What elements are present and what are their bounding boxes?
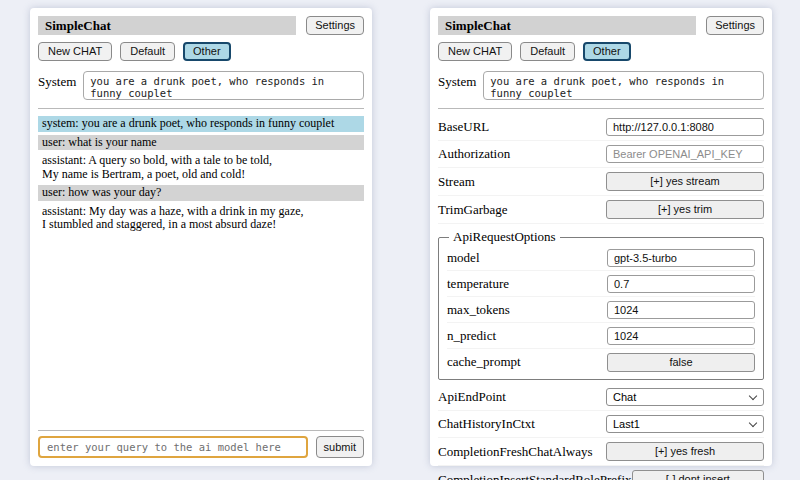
chat-history-label: ChatHistoryInCtxt	[438, 416, 535, 432]
completion-fresh-label: CompletionFreshChatAlways	[438, 444, 593, 460]
session-button-other[interactable]: Other	[583, 42, 631, 61]
app-title: SimpleChat	[38, 16, 296, 35]
query-input[interactable]	[38, 436, 308, 458]
title-bar: SimpleChat Settings	[38, 16, 364, 35]
system-prompt-input[interactable]: you are a drunk poet, who responds in fu…	[83, 71, 364, 100]
chat-message-user: user: how was your day?	[38, 185, 364, 201]
setting-row-temperature: temperature	[447, 271, 755, 297]
session-button-default[interactable]: Default	[120, 42, 175, 61]
session-button-default[interactable]: Default	[520, 42, 575, 61]
divider	[438, 108, 764, 109]
chat-history-select[interactable]: Last1	[606, 415, 764, 433]
trimgarbage-toggle-button[interactable]: [+] yes trim	[606, 200, 764, 219]
system-label: System	[38, 71, 76, 90]
new-chat-button[interactable]: New CHAT	[438, 42, 512, 61]
chat-log: system: you are a drunk poet, who respon…	[38, 116, 364, 424]
baseurl-input[interactable]	[606, 118, 764, 136]
temperature-input[interactable]	[607, 275, 755, 293]
chevron-down-icon	[749, 392, 757, 400]
system-label: System	[438, 71, 476, 90]
new-chat-button[interactable]: New CHAT	[38, 42, 112, 61]
api-request-options-fieldset: ApiRequestOptions model temperature max_…	[438, 229, 764, 380]
query-row: submit	[38, 436, 364, 458]
chat-message-system: system: you are a drunk poet, who respon…	[38, 116, 364, 132]
setting-row-authorization: Authorization	[438, 141, 764, 168]
trimgarbage-label: TrimGarbage	[438, 202, 508, 218]
completion-fresh-toggle-button[interactable]: [+] yes fresh	[606, 442, 764, 461]
setting-row-max-tokens: max_tokens	[447, 297, 755, 323]
cache-prompt-toggle-button[interactable]: false	[607, 353, 755, 372]
chat-message-assistant: assistant: My day was a haze, with a dri…	[38, 204, 364, 233]
title-bar: SimpleChat Settings	[438, 16, 764, 35]
stream-toggle-button[interactable]: [+] yes stream	[606, 172, 764, 191]
api-endpoint-selected-value: Chat	[613, 391, 636, 403]
temperature-label: temperature	[447, 276, 509, 292]
stream-label: Stream	[438, 174, 475, 190]
chat-history-selected-value: Last1	[613, 418, 640, 430]
setting-row-model: model	[447, 245, 755, 271]
completion-insert-label: CompletionInsertStandardRolePrefix	[438, 472, 632, 480]
completion-insert-toggle-button[interactable]: [-] dont insert	[632, 470, 764, 480]
setting-row-api-endpoint: ApiEndPoint Chat	[438, 384, 764, 411]
model-input[interactable]	[607, 249, 755, 267]
system-prompt-row: System you are a drunk poet, who respond…	[438, 71, 764, 100]
system-prompt-input[interactable]: you are a drunk poet, who responds in fu…	[483, 71, 764, 100]
setting-row-baseurl: BaseURL	[438, 114, 764, 141]
cache-prompt-label: cache_prompt	[447, 354, 521, 370]
submit-button[interactable]: submit	[316, 436, 364, 458]
chat-message-assistant: assistant: A query so bold, with a tale …	[38, 153, 364, 182]
api-request-options-legend: ApiRequestOptions	[449, 229, 560, 245]
app-title: SimpleChat	[438, 16, 696, 35]
divider	[38, 108, 364, 109]
session-button-other[interactable]: Other	[183, 42, 231, 61]
n-predict-label: n_predict	[447, 328, 496, 344]
model-label: model	[447, 250, 480, 266]
chevron-down-icon	[749, 419, 757, 427]
setting-row-stream: Stream [+] yes stream	[438, 168, 764, 196]
max-tokens-label: max_tokens	[447, 302, 510, 318]
baseurl-label: BaseURL	[438, 119, 489, 135]
divider	[38, 430, 364, 431]
authorization-label: Authorization	[438, 146, 510, 162]
api-endpoint-select[interactable]: Chat	[606, 388, 764, 406]
setting-row-chat-history: ChatHistoryInCtxt Last1	[438, 411, 764, 438]
setting-row-n-predict: n_predict	[447, 323, 755, 349]
setting-row-trimgarbage: TrimGarbage [+] yes trim	[438, 196, 764, 224]
chat-message-user: user: what is your name	[38, 135, 364, 151]
settings-button[interactable]: Settings	[706, 16, 764, 35]
setting-row-completion-fresh: CompletionFreshChatAlways [+] yes fresh	[438, 438, 764, 466]
n-predict-input[interactable]	[607, 327, 755, 345]
system-prompt-row: System you are a drunk poet, who respond…	[38, 71, 364, 100]
max-tokens-input[interactable]	[607, 301, 755, 319]
session-buttons: New CHAT Default Other	[38, 42, 364, 61]
setting-row-completion-insert: CompletionInsertStandardRolePrefix [-] d…	[438, 466, 764, 480]
settings-panel: SimpleChat Settings New CHAT Default Oth…	[430, 8, 772, 466]
chat-panel: SimpleChat Settings New CHAT Default Oth…	[30, 8, 372, 466]
settings-button[interactable]: Settings	[306, 16, 364, 35]
setting-row-cache-prompt: cache_prompt false	[447, 349, 755, 375]
session-buttons: New CHAT Default Other	[438, 42, 764, 61]
api-endpoint-label: ApiEndPoint	[438, 389, 506, 405]
authorization-input[interactable]	[606, 145, 764, 163]
